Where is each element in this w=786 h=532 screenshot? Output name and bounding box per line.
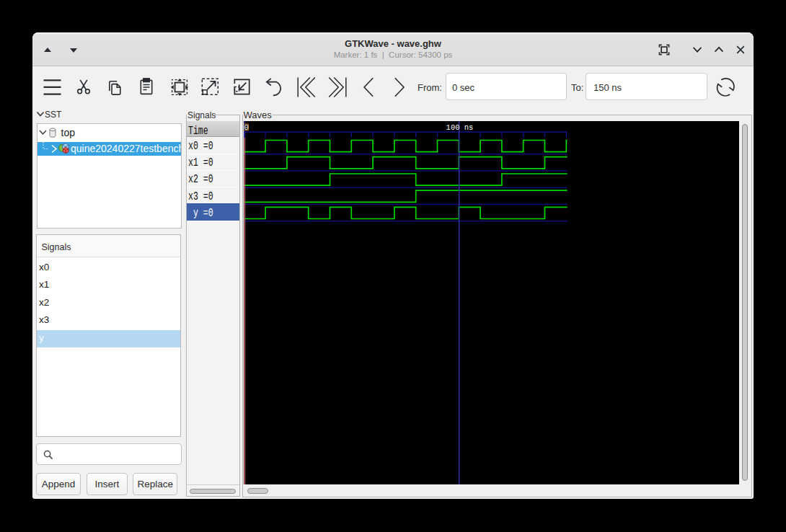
svg-text:0: 0 <box>244 123 248 131</box>
svg-text:100 ns: 100 ns <box>446 123 473 131</box>
